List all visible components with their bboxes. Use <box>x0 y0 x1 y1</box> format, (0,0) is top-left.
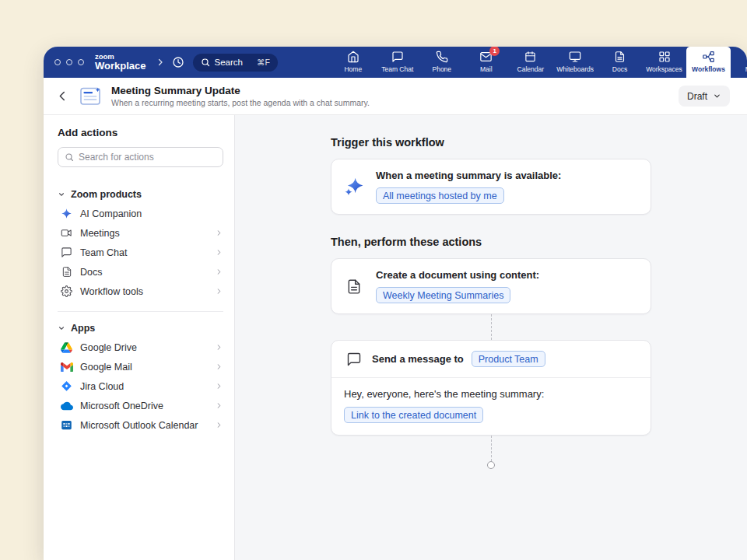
mail-icon: 1 <box>479 50 493 63</box>
nav-tab-more[interactable]: More <box>731 47 747 78</box>
chevron-right-icon <box>215 248 223 257</box>
logo-workplace-text: Workplace <box>95 61 146 72</box>
trigger-card[interactable]: When a meeting summary is available: All… <box>331 159 651 215</box>
trigger-label: When a meeting summary is available: <box>376 170 561 181</box>
nav-tab-docs[interactable]: Docs <box>598 47 642 78</box>
document-link-chip[interactable]: Link to the created document <box>344 407 483 423</box>
nav-tab-label: Team Chat <box>381 65 413 73</box>
sidebar-item-microsoft-outlook-calendar[interactable]: Microsoft Outlook Calendar <box>58 415 223 435</box>
history-icon[interactable] <box>172 56 184 68</box>
jira-cloud-icon <box>60 380 73 393</box>
trigger-heading: Trigger this workflow <box>331 136 651 149</box>
chevron-right-icon <box>215 362 223 371</box>
meetings-icon <box>60 226 73 240</box>
status-badge: Draft <box>687 91 707 102</box>
sidebar-item-jira-cloud[interactable]: Jira Cloud <box>58 376 223 396</box>
team-chat-icon <box>391 50 404 63</box>
trigger-scope-chip[interactable]: All meetings hosted by me <box>376 187 504 204</box>
sidebar-item-workflow-tools[interactable]: Workflow tools <box>58 282 223 301</box>
chevron-right-icon <box>215 268 223 276</box>
sidebar-item-team-chat[interactable]: Team Chat <box>58 243 223 262</box>
chevron-right-icon <box>215 382 223 390</box>
sidebar-divider <box>58 311 223 312</box>
workflows-icon <box>702 50 715 63</box>
chevron-right-icon <box>215 343 223 352</box>
window-control-icon[interactable] <box>54 59 61 65</box>
nav-tab-phone[interactable]: Phone <box>419 47 464 78</box>
actions-search[interactable] <box>58 147 223 167</box>
nav-tab-team-chat[interactable]: Team Chat <box>375 47 419 78</box>
sidebar-item-label: Team Chat <box>80 247 127 258</box>
chevron-right-icon <box>215 401 223 410</box>
mail-unread-badge: 1 <box>489 47 500 56</box>
nav-tab-calendar[interactable]: Calendar <box>508 47 552 78</box>
sidebar-item-microsoft-onedrive[interactable]: Microsoft OneDrive <box>58 396 223 415</box>
add-step-node[interactable] <box>487 461 495 469</box>
chevron-right-icon <box>215 229 223 237</box>
ai-companion-icon <box>60 207 73 220</box>
meeting-summary-icon <box>79 86 102 107</box>
sidebar-item-label: Jira Cloud <box>80 381 124 392</box>
zoom-workplace-logo: zoom Workplace <box>95 53 146 72</box>
send-message-label: Send a message to <box>372 353 464 365</box>
create-document-card[interactable]: Create a document using content: Weekly … <box>331 258 651 314</box>
document-icon <box>344 278 364 295</box>
nav-tab-home[interactable]: Home <box>331 47 375 78</box>
page-subtitle: When a recurring meeting starts, post th… <box>111 98 370 107</box>
sidebar-item-google-drive[interactable]: Google Drive <box>58 338 223 357</box>
actions-heading: Then, perform these actions <box>331 236 651 248</box>
nav-tab-mail[interactable]: 1 Mail <box>464 47 508 78</box>
calendar-icon <box>524 50 536 63</box>
chevron-right-icon[interactable] <box>156 58 165 67</box>
whiteboards-icon <box>569 50 581 63</box>
nav-tab-label: Home <box>344 65 362 73</box>
send-message-card[interactable]: Send a message to Product Team Hey, ever… <box>331 340 651 436</box>
google-drive-icon <box>60 341 73 354</box>
section-label: Apps <box>71 323 95 334</box>
workflow-header: Meeting Summary Update When a recurring … <box>44 78 747 115</box>
chevron-down-icon <box>58 191 65 198</box>
onedrive-icon <box>60 399 73 412</box>
sidebar-item-label: Workflow tools <box>80 286 143 297</box>
sidebar-item-ai-companion[interactable]: AI Companion <box>58 204 223 223</box>
document-content-chip[interactable]: Weekly Meeting Summaries <box>376 287 510 303</box>
sidebar-item-label: Microsoft OneDrive <box>80 401 163 411</box>
sidebar-item-google-mail[interactable]: Google Mail <box>58 357 223 376</box>
chevron-right-icon <box>215 287 223 296</box>
window-control-icon[interactable] <box>66 59 72 65</box>
sidebar-item-docs[interactable]: Docs <box>58 262 223 282</box>
workflow-titles: Meeting Summary Update When a recurring … <box>111 85 370 107</box>
nav-tab-label: Docs <box>612 65 627 73</box>
back-button[interactable] <box>56 89 69 103</box>
navbar-left: zoom Workplace Search ⌘F <box>44 47 278 78</box>
workflow-connector <box>491 436 492 461</box>
section-zoom-products[interactable]: Zoom products <box>58 185 223 204</box>
search-input[interactable] <box>79 152 216 163</box>
sidebar-item-label: Google Drive <box>80 342 137 353</box>
section-apps[interactable]: Apps <box>58 319 223 338</box>
recipient-chip[interactable]: Product Team <box>472 351 545 367</box>
nav-tab-workflows[interactable]: Workflows <box>686 47 731 78</box>
sidebar-title: Add actions <box>58 127 223 138</box>
sidebar-item-label: AI Companion <box>80 208 142 219</box>
create-document-label: Create a document using content: <box>376 269 539 281</box>
chat-bubble-icon <box>344 352 364 367</box>
sidebar-item-label: Meetings <box>80 228 120 239</box>
search-label: Search <box>215 58 243 67</box>
top-navbar: zoom Workplace Search ⌘F <box>44 47 747 78</box>
window-control-icon[interactable] <box>78 59 84 65</box>
status-dropdown[interactable]: Draft <box>679 86 730 107</box>
team-chat-icon <box>60 246 73 259</box>
message-body-text: Hey, everyone, here's the meeting summar… <box>344 388 638 400</box>
nav-tab-whiteboards[interactable]: Whiteboards <box>552 47 598 78</box>
sidebar-item-meetings[interactable]: Meetings <box>58 223 223 243</box>
nav-tab-workspaces[interactable]: Workspaces <box>642 47 686 78</box>
app-window: zoom Workplace Search ⌘F <box>44 47 747 560</box>
chevron-down-icon <box>58 324 65 332</box>
workflow-connector <box>491 314 492 340</box>
window-controls[interactable] <box>54 59 84 65</box>
global-search[interactable]: Search ⌘F <box>193 54 278 72</box>
nav-tab-label: Phone <box>432 65 451 73</box>
outlook-calendar-icon <box>60 418 73 432</box>
sidebar-item-label: Google Mail <box>80 362 132 373</box>
